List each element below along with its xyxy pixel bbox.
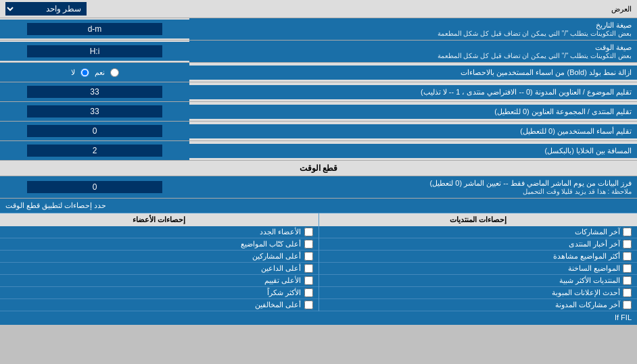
- checkbox-top-rated[interactable]: [304, 276, 313, 285]
- bold-yes-radio[interactable]: [110, 68, 119, 77]
- subject-order-label: تقليم الموضوع / العناوين المدونة (0 -- ا…: [189, 85, 637, 99]
- checkbox-most-thanked[interactable]: [304, 288, 313, 297]
- checkbox-top-participants[interactable]: [304, 252, 313, 261]
- cutoff-input[interactable]: [27, 181, 162, 193]
- list-item: آخر المشاركات: [319, 226, 638, 238]
- cell-spacing-input[interactable]: [27, 145, 162, 157]
- list-item: الأكثر شكراً: [0, 287, 318, 299]
- bold-remove-row: ازالة نمط بولد (Bold) من اسماء المستخدمي…: [0, 63, 637, 82]
- list-item: أحدث الإعلانات المبوبة: [319, 287, 638, 299]
- bold-yes-label: نعم: [95, 68, 105, 77]
- label-last-posts: آخر المشاركات: [575, 228, 620, 236]
- cutoff-input-area: [0, 178, 189, 197]
- label-top-callers: أعلى الداعين: [261, 264, 301, 273]
- cutoff-section-header: قطع الوقت: [0, 161, 637, 176]
- label-hot-topics: المواضيع الساخنة: [568, 264, 620, 273]
- cell-spacing-label: المسافة بين الخلايا (بالبكسل): [189, 144, 637, 158]
- forum-order-input-area: [0, 102, 189, 121]
- label-most-thanked: الأكثر شكراً: [267, 288, 301, 297]
- list-item: آخر مشاركات المدونة: [319, 299, 638, 311]
- stats-forums-header: إحصاءات المنتديات: [319, 213, 638, 226]
- stats-apply-row: حدد إحصاءات لتطبيق قطع الوقت: [0, 199, 637, 213]
- forum-order-row: تقليم المنتدى / المجموعة العناوين (0 للت…: [0, 102, 637, 122]
- forum-order-label: تقليم المنتدى / المجموعة العناوين (0 للت…: [189, 105, 637, 119]
- checkbox-most-viewed[interactable]: [623, 252, 632, 261]
- main-container: العرض سطر واحد سطرين ثلاثة أسطر صيغة الت…: [0, 0, 637, 325]
- username-order-label: تقليم أسماء المستخدمين (0 للتعطيل): [189, 124, 637, 138]
- date-format-row: صيغة التاريخ بعض التكوينات يتطلب "/" الت…: [0, 18, 637, 41]
- time-format-label: صيغة الوقت بعض التكوينات يتطلب "/" التي …: [189, 41, 637, 62]
- label-top-violators: أعلى المخالفين: [255, 301, 301, 309]
- checkbox-last-blog-posts[interactable]: [623, 301, 632, 309]
- header-label: العرض: [87, 5, 632, 14]
- label-new-members: الأعضاء الجدد: [260, 228, 301, 236]
- list-item: آخر أخبار المنتدى: [319, 238, 638, 251]
- label-most-similar: المنتديات الأكثر شبية: [559, 276, 620, 285]
- cutoff-label: فرز البيانات من يوم الماشر الماضي فقط --…: [189, 176, 637, 198]
- bold-remove-label: ازالة نمط بولد (Bold) من اسماء المستخدمي…: [189, 66, 637, 80]
- date-format-label: صيغة التاريخ بعض التكوينات يتطلب "/" الت…: [189, 18, 637, 40]
- list-item: المنتديات الأكثر شبية: [319, 275, 638, 287]
- label-last-blog-posts: آخر مشاركات المدونة: [555, 301, 620, 309]
- subject-order-row: تقليم الموضوع / العناوين المدونة (0 -- ا…: [0, 82, 637, 102]
- cell-spacing-row: المسافة بين الخلايا (بالبكسل): [0, 141, 637, 161]
- cell-spacing-input-area: [0, 141, 189, 160]
- header-row: العرض سطر واحد سطرين ثلاثة أسطر: [0, 0, 637, 18]
- time-format-input[interactable]: [27, 45, 162, 57]
- list-item: أعلى المشاركين: [0, 251, 318, 263]
- date-format-input[interactable]: [27, 23, 162, 35]
- forum-order-input[interactable]: [27, 105, 162, 118]
- subject-order-input-area: [0, 82, 189, 101]
- label-forum-news: آخر أخبار المنتدى: [569, 240, 620, 249]
- stats-col-members: إحصاءات الأعضاء الأعضاء الجدد أعلى كتّاب…: [0, 213, 318, 311]
- bold-no-radio[interactable]: [80, 68, 89, 77]
- stats-apply-label: حدد إحصاءات لتطبيق قطع الوقت: [5, 201, 106, 210]
- label-most-viewed: أكثر المواضيع مشاهدة: [553, 252, 620, 261]
- list-item: أعلى كتّاب المواضيع: [0, 238, 318, 251]
- checkbox-new-members[interactable]: [304, 228, 313, 236]
- time-format-row: صيغة الوقت بعض التكوينات يتطلب "/" التي …: [0, 41, 637, 63]
- checkbox-hot-topics[interactable]: [623, 264, 632, 273]
- checkbox-most-similar[interactable]: [623, 276, 632, 285]
- label-top-participants: أعلى المشاركين: [252, 252, 301, 261]
- checkbox-top-writers[interactable]: [304, 240, 313, 249]
- bold-radio-group: نعم لا: [71, 68, 119, 77]
- checkbox-last-posts[interactable]: [623, 228, 632, 236]
- list-item: المواضيع الساخنة: [319, 263, 638, 275]
- username-order-row: تقليم أسماء المستخدمين (0 للتعطيل): [0, 122, 637, 141]
- list-item: أعلى المخالفين: [0, 299, 318, 311]
- label-latest-ads: أحدث الإعلانات المبوبة: [552, 288, 620, 297]
- checkbox-latest-ads[interactable]: [623, 288, 632, 297]
- date-format-input-area: [0, 20, 189, 38]
- subject-order-input[interactable]: [27, 86, 162, 98]
- list-item: أعلى الداعين: [0, 263, 318, 275]
- time-format-input-area: [0, 42, 189, 61]
- list-item: الأعلى تقييم: [0, 275, 318, 287]
- bold-no-label: لا: [71, 68, 75, 77]
- checkbox-forum-news[interactable]: [623, 240, 632, 249]
- checkbox-top-callers[interactable]: [304, 264, 313, 273]
- label-top-rated: الأعلى تقييم: [264, 276, 301, 285]
- bold-remove-input-area: نعم لا: [0, 63, 189, 82]
- username-order-input[interactable]: [27, 125, 162, 137]
- list-item: أكثر المواضيع مشاهدة: [319, 251, 638, 263]
- stats-members-header: إحصاءات الأعضاء: [0, 213, 318, 226]
- checkbox-top-violators[interactable]: [304, 301, 313, 309]
- label-top-writers: أعلى كتّاب المواضيع: [241, 240, 301, 249]
- bottom-text-row: If FIL: [0, 311, 637, 325]
- list-item: الأعضاء الجدد: [0, 226, 318, 238]
- display-select[interactable]: سطر واحد سطرين ثلاثة أسطر: [5, 2, 87, 16]
- cutoff-row: فرز البيانات من يوم الماشر الماضي فقط --…: [0, 176, 637, 199]
- stats-grid: إحصاءات المنتديات آخر المشاركات آخر أخبا…: [0, 213, 637, 311]
- bottom-text: If FIL: [615, 313, 632, 321]
- username-order-input-area: [0, 122, 189, 140]
- stats-col-forums: إحصاءات المنتديات آخر المشاركات آخر أخبا…: [318, 213, 638, 311]
